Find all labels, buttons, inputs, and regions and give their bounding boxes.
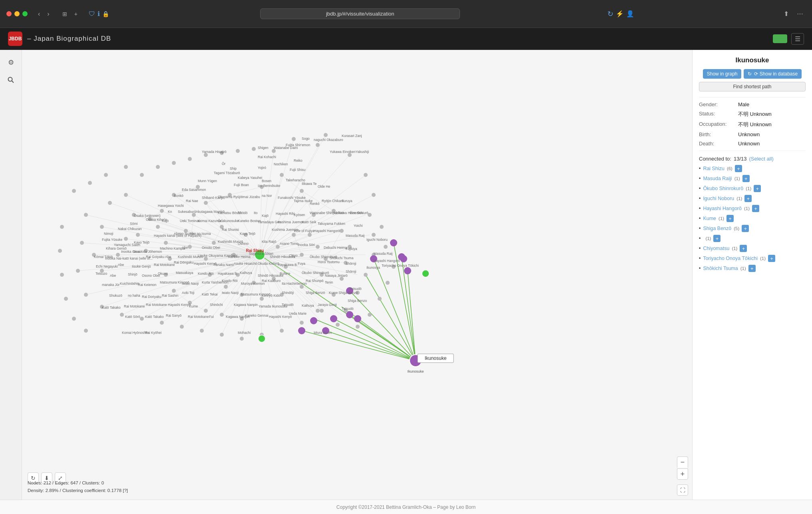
svg-text:Masuda Raij: Masuda Raij xyxy=(346,234,364,238)
fullscreen-button[interactable]: ⛶ xyxy=(677,484,688,496)
connection-add-button[interactable]: + xyxy=(748,265,756,272)
svg-text:Tatsudō: Tatsudō xyxy=(342,307,354,311)
address-bar[interactable]: jbdb.jp/#/vissuite/visualization xyxy=(260,8,460,19)
svg-point-0 xyxy=(8,77,12,81)
connection-count: (1) xyxy=(718,216,724,221)
svg-text:Ito: Ito xyxy=(254,211,258,215)
svg-text:Nakai Chikuzan: Nakai Chikuzan xyxy=(118,227,142,231)
svg-point-218 xyxy=(240,337,244,341)
zoom-out-button[interactable]: − xyxy=(677,456,688,468)
refresh-icon[interactable]: ↻ xyxy=(607,10,613,18)
share-button[interactable]: ⬆ xyxy=(781,8,791,19)
connection-count: (5) xyxy=(734,226,739,231)
svg-text:Iguchi Noboru: Iguchi Noboru xyxy=(366,238,388,242)
connection-link[interactable]: Kume xyxy=(703,216,716,221)
svg-text:Furuya: Furuya xyxy=(342,199,352,203)
add-tab-button[interactable]: + xyxy=(72,9,80,19)
svg-point-179 xyxy=(160,209,164,213)
svg-text:Hayashi Kenyō: Hayashi Kenyō xyxy=(194,262,217,266)
svg-point-176 xyxy=(204,201,208,205)
connection-add-button[interactable]: + xyxy=(735,165,742,172)
connection-add-button[interactable]: + xyxy=(744,195,752,202)
status-row: Status: 不明 Unknown xyxy=(699,111,806,118)
svg-text:Katō Takako: Katō Takako xyxy=(145,315,164,319)
connection-link[interactable]: Rai Shizu xyxy=(703,166,724,171)
svg-point-221 xyxy=(300,321,304,325)
forward-button[interactable]: › xyxy=(45,9,52,19)
back-button[interactable]: ‹ xyxy=(36,9,42,19)
show-in-database-button[interactable]: ↻ ⟳ Show in database xyxy=(744,69,802,79)
svg-text:Buhe'e: Buhe'e xyxy=(280,272,290,276)
svg-point-209 xyxy=(76,269,80,273)
close-button[interactable] xyxy=(6,11,12,16)
svg-text:Kyōsen: Kyōsen xyxy=(294,213,305,217)
settings-button[interactable]: ⚙ xyxy=(4,56,18,69)
connection-link[interactable]: Hayashi Hangorō xyxy=(703,206,742,211)
connection-add-button[interactable]: + xyxy=(713,235,720,242)
lock-icon: 🔒 xyxy=(102,11,109,17)
zoom-in-button[interactable]: + xyxy=(677,468,688,480)
svg-text:Shigen: Shigen xyxy=(258,146,269,150)
connection-add-button[interactable]: + xyxy=(754,185,761,192)
connection-link[interactable]: Shiga Benzō xyxy=(703,226,731,231)
svg-text:Toriyacho Onoya Tōkichi: Toriyacho Onoya Tōkichi xyxy=(382,264,419,268)
svg-text:Tatsudō: Tatsudō xyxy=(350,287,362,291)
svg-point-162 xyxy=(308,233,312,237)
connection-link[interactable]: Shōkichi Tsuma xyxy=(703,266,738,271)
svg-text:Abe: Abe xyxy=(165,255,171,259)
footer: Copyright ©2017-2021 Bettina Gramlich-Ok… xyxy=(0,500,812,514)
connection-link[interactable]: Chiyomatsu xyxy=(703,246,729,251)
svg-text:Kume: Kume xyxy=(329,291,338,295)
menu-button[interactable]: ☰ xyxy=(791,33,804,45)
svg-point-260 xyxy=(258,335,265,342)
svg-text:Rai Kaaburo: Rai Kaaburo xyxy=(262,279,281,283)
toggle-button[interactable] xyxy=(773,34,787,43)
left-sidebar: ⚙ xyxy=(0,50,22,500)
maximize-button[interactable] xyxy=(22,11,28,16)
gender-label: Gender: xyxy=(699,101,735,107)
connection-add-button[interactable]: + xyxy=(726,215,734,222)
bullet-icon: • xyxy=(699,256,701,261)
bullet-icon: • xyxy=(699,186,701,191)
svg-text:Fujii Shisu: Fujii Shisu xyxy=(290,168,305,172)
svg-line-60 xyxy=(126,195,260,255)
svg-point-210 xyxy=(84,293,88,297)
select-all-link[interactable]: (Select all) xyxy=(749,156,774,162)
network-graph: Rai Shizu Watanabe Daini Yamada Hisajirō… xyxy=(22,50,692,500)
find-shortest-path-button[interactable]: Find shortest path xyxy=(699,82,806,91)
svg-text:Kayo Teijō: Kayo Teijō xyxy=(134,240,149,244)
connection-add-button[interactable]: + xyxy=(768,255,775,262)
svg-text:Tetsuzo: Tetsuzo xyxy=(96,272,107,276)
svg-text:Reiko: Reiko xyxy=(294,159,303,163)
bullet-icon: • xyxy=(699,266,701,271)
connection-link[interactable]: Masuda Raiji xyxy=(703,176,732,181)
svg-text:Osono Obei: Osono Obei xyxy=(142,274,160,278)
svg-text:Iwato Naoji: Iwato Naoji xyxy=(222,291,239,295)
connection-add-button[interactable]: + xyxy=(740,245,747,252)
bullet-icon: • xyxy=(699,166,701,171)
connection-link[interactable]: Toriyacho Onoya Tōkichi xyxy=(703,256,758,261)
connection-add-button[interactable]: + xyxy=(742,175,750,182)
svg-text:Iwato Naoji: Iwato Naoji xyxy=(182,282,199,286)
svg-text:no haha: no haha xyxy=(128,294,140,298)
connection-link[interactable]: Iguchi Noboru xyxy=(703,196,734,201)
svg-text:Takuyama Fukken: Takuyama Fukken xyxy=(318,222,345,226)
show-in-graph-button[interactable]: Show in graph xyxy=(703,69,742,79)
new-tab-button[interactable]: ⊞ xyxy=(60,9,70,19)
svg-point-225 xyxy=(104,173,108,177)
svg-text:Hasegawa Yoichi: Hasegawa Yoichi xyxy=(158,204,184,208)
svg-point-195 xyxy=(320,309,324,313)
connection-add-button[interactable]: + xyxy=(752,205,759,212)
connection-link[interactable]: Ōkubo Shinrokurō xyxy=(703,186,743,191)
svg-text:Kushima Juemon: Kushima Juemon xyxy=(278,220,304,224)
svg-point-216 xyxy=(200,329,204,333)
svg-text:Kuichinōshin: Kuichinōshin xyxy=(120,282,139,286)
svg-text:Abe: Abe xyxy=(118,263,124,267)
search-button[interactable] xyxy=(4,73,18,87)
more-button[interactable]: ⋯ xyxy=(794,8,806,19)
minimize-button[interactable] xyxy=(14,11,20,16)
graph-canvas[interactable]: Rai Shizu Watanabe Daini Yamada Hisajirō… xyxy=(22,50,692,500)
ikunosuke-node-label: Ikunosuke xyxy=(407,369,424,373)
connection-add-button[interactable]: + xyxy=(742,225,749,232)
main-area: ⚙ xyxy=(0,50,812,500)
